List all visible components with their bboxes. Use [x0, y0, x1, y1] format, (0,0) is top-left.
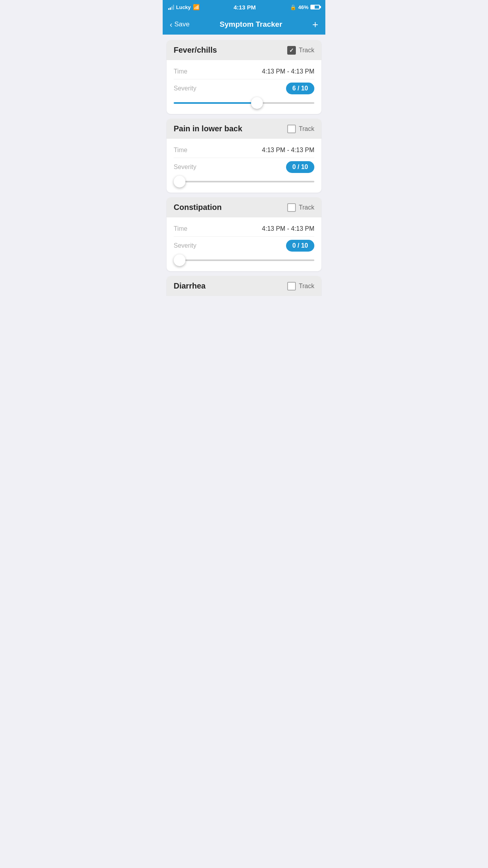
track-label-fever-chills: Track	[299, 47, 314, 54]
nav-bar: ‹ Save Symptom Tracker +	[163, 14, 325, 35]
track-label-diarrhea: Track	[299, 283, 314, 290]
severity-label-pain-lower-back: Severity	[174, 164, 196, 171]
status-time: 4:13 PM	[233, 4, 256, 11]
chevron-left-icon: ‹	[170, 20, 172, 29]
severity-badge-fever-chills: 6 / 10	[286, 83, 314, 94]
symptom-card-constipation: Constipation Track Time 4:13 PM - 4:13 P…	[167, 197, 321, 271]
symptom-title-fever-chills: Fever/chills	[174, 46, 217, 55]
track-toggle-diarrhea[interactable]: Track	[287, 282, 314, 291]
page-title: Symptom Tracker	[220, 20, 282, 29]
track-checkbox-constipation[interactable]	[287, 203, 296, 212]
symptom-title-pain-lower-back: Pain in lower back	[174, 124, 242, 133]
add-button[interactable]: +	[312, 19, 318, 29]
track-toggle-constipation[interactable]: Track	[287, 203, 314, 212]
card-body-pain-lower-back: Time 4:13 PM - 4:13 PM Severity 0 / 10	[167, 139, 321, 193]
severity-slider-container-constipation	[174, 253, 314, 264]
time-row-pain-lower-back: Time 4:13 PM - 4:13 PM	[174, 143, 314, 158]
status-left: Lucky 📶	[168, 4, 200, 10]
severity-row-constipation: Severity 0 / 10	[174, 237, 314, 253]
time-value-pain-lower-back: 4:13 PM - 4:13 PM	[262, 147, 314, 154]
severity-slider-constipation[interactable]	[174, 259, 314, 261]
back-label: Save	[174, 20, 190, 28]
symptom-card-diarrhea: Diarrhea Track	[167, 276, 321, 296]
track-label-constipation: Track	[299, 204, 314, 211]
battery-percent: 46%	[298, 4, 308, 10]
lock-icon: 🔒	[290, 4, 296, 10]
card-header-diarrhea: Diarrhea Track	[167, 276, 321, 296]
symptom-list: Fever/chills Track Time 4:13 PM - 4:13 P…	[163, 35, 325, 296]
severity-slider-fever-chills[interactable]	[174, 102, 314, 104]
carrier-label: Lucky	[176, 4, 191, 10]
back-button[interactable]: ‹ Save	[170, 20, 189, 29]
track-checkbox-pain-lower-back[interactable]	[287, 125, 296, 133]
track-toggle-fever-chills[interactable]: Track	[287, 46, 314, 55]
status-right: 🔒 46%	[290, 4, 320, 10]
time-value-constipation: 4:13 PM - 4:13 PM	[262, 225, 314, 232]
signal-icon	[168, 5, 174, 10]
severity-row-pain-lower-back: Severity 0 / 10	[174, 158, 314, 175]
symptom-title-diarrhea: Diarrhea	[174, 281, 205, 291]
card-header-pain-lower-back: Pain in lower back Track	[167, 119, 321, 139]
card-header-constipation: Constipation Track	[167, 197, 321, 217]
track-toggle-pain-lower-back[interactable]: Track	[287, 125, 314, 133]
card-header-fever-chills: Fever/chills Track	[167, 40, 321, 60]
symptom-card-pain-lower-back: Pain in lower back Track Time 4:13 PM - …	[167, 119, 321, 193]
time-label-pain-lower-back: Time	[174, 147, 187, 154]
symptom-title-constipation: Constipation	[174, 203, 222, 212]
severity-badge-constipation: 0 / 10	[286, 240, 314, 252]
card-body-fever-chills: Time 4:13 PM - 4:13 PM Severity 6 / 10	[167, 60, 321, 114]
severity-slider-pain-lower-back[interactable]	[174, 181, 314, 182]
severity-row-fever-chills: Severity 6 / 10	[174, 79, 314, 96]
severity-label-constipation: Severity	[174, 242, 196, 249]
track-checkbox-fever-chills[interactable]	[287, 46, 296, 55]
symptom-card-fever-chills: Fever/chills Track Time 4:13 PM - 4:13 P…	[167, 40, 321, 114]
severity-label-fever-chills: Severity	[174, 85, 196, 92]
track-checkbox-diarrhea[interactable]	[287, 282, 296, 291]
time-value-fever-chills: 4:13 PM - 4:13 PM	[262, 68, 314, 75]
time-row-fever-chills: Time 4:13 PM - 4:13 PM	[174, 64, 314, 79]
wifi-icon: 📶	[193, 4, 200, 10]
time-label-constipation: Time	[174, 225, 187, 232]
battery-icon	[310, 5, 320, 9]
severity-badge-pain-lower-back: 0 / 10	[286, 161, 314, 173]
severity-slider-container-pain-lower-back	[174, 175, 314, 186]
track-label-pain-lower-back: Track	[299, 125, 314, 132]
card-body-constipation: Time 4:13 PM - 4:13 PM Severity 0 / 10	[167, 217, 321, 271]
time-label-fever-chills: Time	[174, 68, 187, 75]
status-bar: Lucky 📶 4:13 PM 🔒 46%	[163, 0, 325, 14]
time-row-constipation: Time 4:13 PM - 4:13 PM	[174, 221, 314, 237]
severity-slider-container-fever-chills	[174, 96, 314, 107]
